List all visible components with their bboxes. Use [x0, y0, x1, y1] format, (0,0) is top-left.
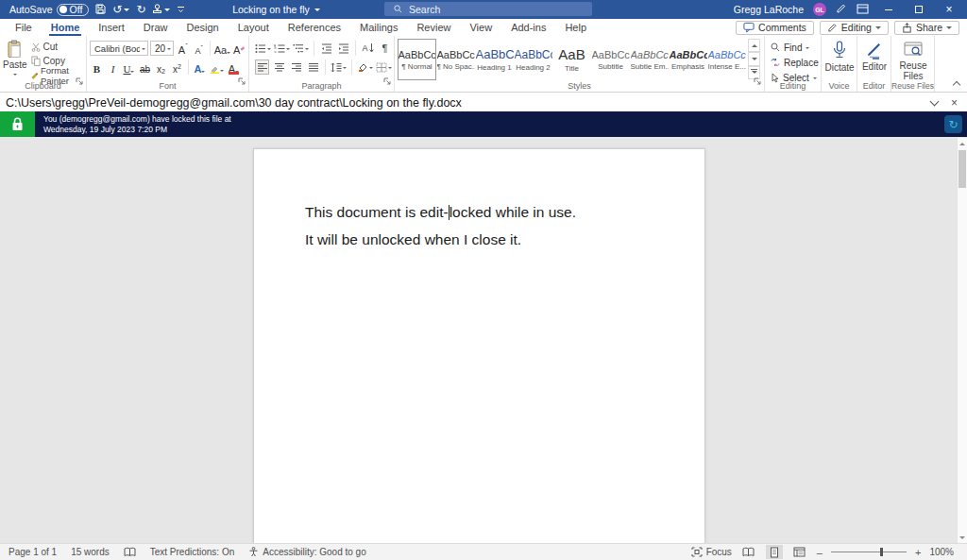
save-icon[interactable]: [95, 4, 106, 16]
subscript-button[interactable]: x2: [154, 59, 168, 75]
tab-mailings[interactable]: Mailings: [350, 19, 407, 36]
focus-mode-button[interactable]: Focus: [691, 547, 732, 557]
minimize-button[interactable]: [878, 0, 899, 19]
font-name-select[interactable]: Calibri (Body): [90, 41, 148, 56]
tab-review[interactable]: Review: [407, 19, 460, 36]
paste-dropdown-icon[interactable]: [13, 74, 17, 77]
zoom-out-button[interactable]: –: [817, 547, 823, 558]
document-title[interactable]: Locking on the fly: [175, 0, 378, 19]
style-normal[interactable]: AaBbCcDc ¶ Normal: [398, 39, 436, 80]
numbering-button[interactable]: [274, 41, 290, 56]
replace-button[interactable]: Replace: [771, 56, 819, 69]
vertical-scrollbar[interactable]: [957, 138, 967, 543]
styles-scroll-down-icon[interactable]: [748, 52, 760, 65]
title-dropdown-icon[interactable]: [314, 8, 320, 14]
collapse-ribbon-button[interactable]: [954, 36, 967, 92]
tab-file[interactable]: File: [6, 19, 42, 36]
tab-view[interactable]: View: [460, 19, 501, 36]
zoom-level[interactable]: 100%: [929, 547, 954, 557]
shading-button[interactable]: [357, 59, 373, 75]
cut-button[interactable]: Cut: [31, 41, 84, 53]
tab-home[interactable]: Home: [42, 19, 90, 36]
style-heading1[interactable]: AaBbCc Heading 1: [475, 39, 514, 80]
maximize-button[interactable]: [908, 0, 929, 19]
document-paragraph-1[interactable]: This document is edit-locked while in us…: [305, 204, 667, 221]
change-case-button[interactable]: Aa: [214, 41, 230, 56]
user-name[interactable]: Gregg LaRoche: [734, 4, 804, 15]
proofing-status[interactable]: [124, 547, 136, 557]
web-layout-button[interactable]: [791, 545, 808, 559]
bullets-button[interactable]: [255, 41, 271, 56]
scroll-up-icon[interactable]: [958, 138, 967, 149]
font-size-select[interactable]: 20: [150, 41, 174, 56]
increase-indent-button[interactable]: [336, 41, 350, 56]
align-right-button[interactable]: [289, 59, 303, 75]
style-subtle-emphasis[interactable]: AaBbCcDi Subtle Em...: [630, 39, 669, 80]
superscript-button[interactable]: x2: [170, 59, 184, 75]
text-effects-button[interactable]: A: [193, 59, 207, 75]
font-dialog-launcher-icon[interactable]: [238, 72, 246, 89]
align-center-button[interactable]: [272, 59, 286, 75]
shrink-font-button[interactable]: Aˇ: [192, 41, 206, 56]
line-spacing-button[interactable]: [331, 59, 347, 75]
show-formatting-button[interactable]: ¶: [378, 41, 392, 56]
close-button[interactable]: ×: [939, 0, 959, 19]
multilevel-list-button[interactable]: [293, 41, 309, 56]
scroll-down-icon[interactable]: [958, 532, 967, 543]
text-predictions[interactable]: Text Predictions: On: [150, 547, 234, 557]
word-count[interactable]: 15 words: [71, 547, 110, 557]
reuse-files-button[interactable]: ReuseFiles: [894, 39, 932, 81]
comments-button[interactable]: Comments: [736, 21, 814, 35]
tab-references[interactable]: References: [279, 19, 350, 36]
grow-font-button[interactable]: Aˆ: [176, 41, 190, 56]
tab-help[interactable]: Help: [555, 19, 596, 36]
underline-button[interactable]: U: [122, 59, 136, 75]
undo-dropdown-icon[interactable]: [124, 8, 129, 14]
decrease-indent-button[interactable]: [319, 41, 333, 56]
pathbar-close-icon[interactable]: ×: [951, 96, 958, 110]
zoom-in-button[interactable]: +: [915, 547, 921, 558]
refresh-button[interactable]: ↻: [944, 115, 962, 133]
share-button[interactable]: Share: [894, 21, 959, 35]
editing-mode-button[interactable]: Editing: [820, 21, 889, 35]
styles-dialog-launcher-icon[interactable]: [754, 72, 761, 89]
styles-scroll-up-icon[interactable]: [748, 39, 760, 52]
align-left-button[interactable]: [255, 59, 269, 75]
read-mode-button[interactable]: [740, 545, 757, 559]
paste-button[interactable]: Paste: [3, 39, 27, 81]
paragraph-dialog-launcher-icon[interactable]: [383, 72, 391, 89]
stamp-dropdown-icon[interactable]: [164, 8, 170, 14]
italic-button[interactable]: I: [106, 59, 120, 75]
style-no-spacing[interactable]: AaBbCcDc ¶ No Spac...: [436, 39, 475, 80]
undo-button[interactable]: ↺: [112, 4, 129, 15]
autosave-toggle[interactable]: AutoSave Off: [9, 4, 89, 16]
search-input[interactable]: Search: [384, 2, 592, 16]
style-heading2[interactable]: AaBbCcD Heading 2: [514, 39, 552, 80]
document-page[interactable]: This document is edit-locked while in us…: [253, 148, 705, 543]
find-button[interactable]: Find: [771, 41, 819, 54]
style-title[interactable]: AaB Title: [552, 39, 591, 80]
style-intense-emphasis[interactable]: AaBbCcDi Intense E...: [707, 39, 746, 80]
zoom-slider[interactable]: [831, 552, 907, 552]
sort-button[interactable]: A: [361, 41, 375, 56]
autosave-pill[interactable]: Off: [57, 4, 90, 16]
tab-design[interactable]: Design: [177, 19, 228, 36]
print-layout-button[interactable]: [766, 545, 783, 559]
bold-button[interactable]: B: [90, 59, 104, 75]
avatar[interactable]: GL: [813, 3, 826, 16]
page-indicator[interactable]: Page 1 of 1: [8, 547, 57, 557]
style-subtitle[interactable]: AaBbCcD Subtitle: [591, 39, 630, 80]
editor-button[interactable]: Editor: [860, 39, 889, 72]
tab-draw[interactable]: Draw: [134, 19, 178, 36]
document-paragraph-2[interactable]: It will be unlocked when I close it.: [305, 231, 667, 248]
dictate-button[interactable]: Dictate: [824, 39, 855, 73]
clear-formatting-button[interactable]: A: [232, 41, 246, 56]
clipboard-dialog-launcher-icon[interactable]: [76, 72, 83, 89]
tab-insert[interactable]: Insert: [89, 19, 134, 36]
accessibility-status[interactable]: Accessibility: Good to go: [248, 547, 366, 557]
style-emphasis[interactable]: AaBbCcDi Emphasis: [669, 39, 707, 80]
strikethrough-button[interactable]: ab: [138, 59, 152, 75]
highlight-button[interactable]: [209, 59, 225, 75]
pathbar-collapse-icon[interactable]: [930, 96, 940, 106]
pen-mode-icon[interactable]: [836, 3, 847, 16]
